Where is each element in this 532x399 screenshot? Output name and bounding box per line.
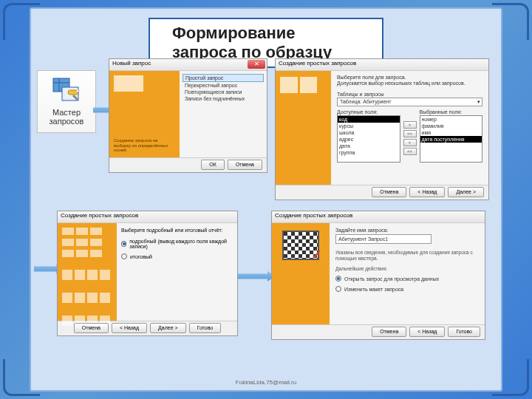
selected-fields-list[interactable]: номер фамилия имя дата поступления: [420, 115, 483, 163]
dialog-title: Создание простых запросов: [61, 212, 138, 219]
radio-icon: [335, 276, 341, 282]
new-query-dialog: Новый запрос ✕ Создание запроса на выбор…: [109, 58, 267, 173]
available-fields-label: Доступные поля:: [337, 109, 400, 115]
radio-label: Открыть запрос для просмотра данных: [344, 276, 439, 282]
selected-fields-label: Выбранные поля:: [420, 109, 483, 115]
slide-panel: Формирование запроса по образцу Мастер з…: [30, 7, 502, 392]
radio-icon: [121, 241, 126, 247]
ok-button[interactable]: ОК: [201, 160, 225, 170]
prompt-text: Выберите подробный или итоговый отчёт:: [121, 228, 233, 233]
list-item[interactable]: школа: [338, 129, 400, 136]
layout-icon: [62, 228, 112, 235]
move-all-left-button[interactable]: <<: [403, 148, 417, 155]
radio-detailed[interactable]: подробный (вывод каждого поля каждой зап…: [121, 239, 233, 249]
cancel-button[interactable]: Отмена: [228, 160, 262, 170]
info-text: Дальнейшие действия:: [335, 266, 479, 272]
next-button[interactable]: Далее >: [448, 187, 484, 197]
back-button[interactable]: < Назад: [409, 327, 445, 337]
radio-open[interactable]: Открыть запрос для просмотра данных: [335, 276, 479, 282]
move-buttons: > >> < <<: [403, 115, 417, 155]
list-item[interactable]: Записи без подчинённых: [183, 95, 264, 102]
dialog-side-panel: [276, 71, 331, 185]
query-type-list[interactable]: Простой запрос Перекрестный запрос Повто…: [183, 74, 264, 102]
list-item[interactable]: код: [338, 116, 400, 123]
radio-modify[interactable]: Изменить макет запроса: [335, 286, 479, 292]
finish-button[interactable]: Готово: [189, 323, 222, 333]
dialog-titlebar: Новый запрос ✕: [109, 59, 267, 71]
list-item[interactable]: дата поступления: [420, 136, 482, 143]
dialog-titlebar: Создание простых запросов: [58, 211, 237, 223]
next-button[interactable]: Далее >: [150, 323, 186, 333]
list-item[interactable]: группа: [338, 149, 400, 156]
dialog-title: Создание простых запросов: [279, 60, 356, 66]
radio-label: итоговый: [130, 254, 152, 259]
dialog-titlebar: Создание простых запросов: [272, 211, 485, 223]
radio-summary[interactable]: итоговый: [121, 253, 233, 259]
query-name-input[interactable]: Абитуриент Запрос1: [335, 234, 432, 244]
dialog-title: Новый запрос: [112, 60, 151, 66]
query-wizard-button[interactable]: Мастер запросов: [37, 70, 96, 133]
list-item[interactable]: Перекрестный запрос: [183, 82, 264, 89]
query-wizard-icon: [52, 75, 81, 105]
back-button[interactable]: < Назад: [112, 323, 147, 333]
tables-icon: [280, 77, 317, 93]
finish-flag-icon: [282, 231, 319, 260]
list-item[interactable]: Повторяющиеся записи: [183, 89, 264, 95]
radio-label: подробный (вывод каждого поля каждой зап…: [129, 239, 233, 249]
radio-icon: [335, 286, 341, 292]
info-text: Указаны все сведения, необходимые для со…: [335, 250, 479, 262]
ribbon-label-1: Мастер: [38, 108, 95, 117]
dialog-title: Создание простых запросов: [275, 212, 352, 219]
radio-icon: [121, 253, 127, 259]
available-fields-list[interactable]: код курсы школа адрес дата группа: [337, 115, 400, 163]
list-item[interactable]: имя: [420, 129, 482, 136]
tables-icon: [114, 75, 143, 92]
finish-button[interactable]: Готово: [448, 327, 480, 337]
dialog-side-panel: [272, 223, 330, 324]
name-query-dialog: Создание простых запросов Задайте имя за…: [271, 211, 485, 340]
svg-point-6: [77, 90, 78, 92]
intro-text: Допускается выбор нескольких таблиц или …: [337, 81, 482, 86]
list-item[interactable]: номер: [420, 116, 482, 123]
move-left-button[interactable]: <: [403, 139, 417, 146]
move-all-right-button[interactable]: >>: [403, 130, 417, 137]
list-item[interactable]: Простой запрос: [183, 74, 264, 82]
back-button[interactable]: < Назад: [409, 187, 445, 197]
name-label: Задайте имя запроса:: [335, 228, 479, 233]
ribbon-label-2: запросов: [38, 117, 95, 126]
cancel-button[interactable]: Отмена: [74, 323, 109, 333]
list-item[interactable]: дата: [338, 143, 400, 149]
table-dropdown[interactable]: Таблица: Абитуриент: [337, 98, 482, 106]
dialog-titlebar: Создание простых запросов: [276, 59, 488, 71]
report-type-dialog: Создание простых запросов Выберите подро…: [57, 211, 238, 336]
tables-label: Таблицы и запросы: [337, 92, 482, 97]
close-icon[interactable]: ✕: [248, 60, 265, 69]
dialog-side-panel: [58, 223, 117, 321]
query-type-description: Создание запроса на выборку из определён…: [114, 138, 175, 153]
footer-credit: FokinaLida.75@mail.ru: [236, 379, 296, 386]
dialog-side-panel: Создание запроса на выборку из определён…: [109, 71, 180, 157]
radio-label: Изменить макет запроса: [344, 287, 403, 292]
content-area: Мастер запросов Новый запрос ✕ Создание …: [31, 50, 501, 375]
cancel-button[interactable]: Отмена: [372, 327, 406, 337]
intro-text: Выберите поля для запроса.: [337, 75, 482, 81]
arrow-icon: [238, 271, 275, 282]
field-selection-dialog: Создание простых запросов Выберите поля …: [275, 58, 489, 200]
cancel-button[interactable]: Отмена: [372, 187, 406, 197]
list-item[interactable]: курсы: [338, 123, 400, 129]
svg-point-7: [75, 88, 76, 89]
list-item[interactable]: фамилия: [420, 123, 482, 129]
move-right-button[interactable]: >: [403, 121, 417, 129]
list-item[interactable]: адрес: [338, 136, 400, 143]
